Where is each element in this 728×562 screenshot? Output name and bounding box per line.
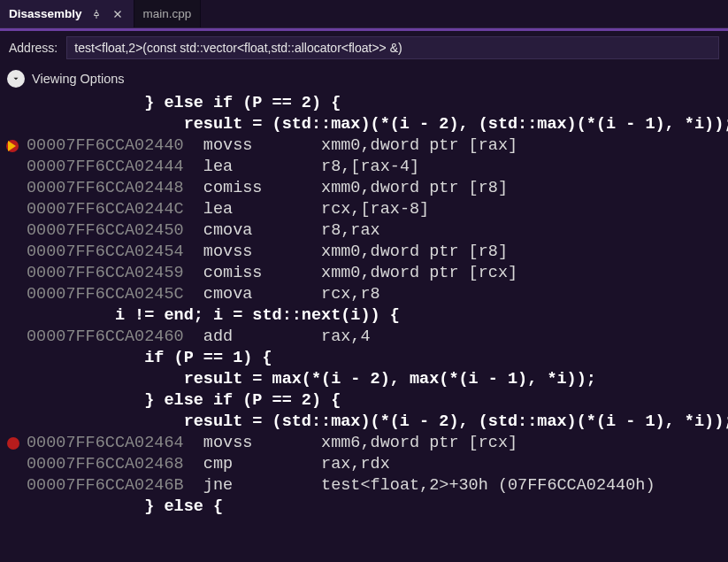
asm-line[interactable]: 00007FF6CCA02459 comiss xmm0,dword ptr […: [0, 263, 728, 284]
instruction-text: jne test<float,2>+30h (07FF6CCA02440h): [184, 476, 655, 495]
line-content: result = max(*(i - 2), max(*(i - 1), *i)…: [27, 369, 596, 390]
tab-label: main.cpp: [143, 7, 192, 20]
current-line-arrow-icon: [6, 139, 20, 153]
instruction-address: 00007FF6CCA02454: [27, 243, 184, 261]
line-content: 00007FF6CCA0245C cmova rcx,r8: [27, 284, 380, 305]
asm-line[interactable]: 00007FF6CCA0246B jne test<float,2>+30h (…: [0, 475, 728, 497]
asm-line[interactable]: 00007FF6CCA02448 comiss xmm0,dword ptr […: [0, 178, 728, 199]
instruction-text: cmova rcx,r8: [184, 285, 380, 304]
line-content: 00007FF6CCA02454 movss xmm0,dword ptr [r…: [27, 242, 508, 263]
instruction-address: 00007FF6CCA02460: [27, 327, 184, 346]
disassembly-view[interactable]: } else if (P == 2) { result = (std::max)…: [0, 93, 728, 523]
line-content: 00007FF6CCA02448 comiss xmm0,dword ptr […: [27, 178, 508, 199]
gutter[interactable]: [0, 454, 27, 475]
line-content: 00007FF6CCA02460 add rax,4: [27, 327, 371, 348]
gutter[interactable]: [0, 114, 27, 135]
gutter[interactable]: [0, 135, 27, 157]
line-content: } else {: [27, 497, 223, 518]
address-label: Address:: [9, 41, 57, 55]
source-line[interactable]: if (P == 1) {: [0, 348, 728, 369]
viewing-options-label: Viewing Options: [32, 72, 125, 86]
line-content: 00007FF6CCA02450 cmova r8,rax: [27, 220, 380, 242]
instruction-text: comiss xmm0,dword ptr [r8]: [184, 179, 508, 197]
gutter[interactable]: [0, 390, 27, 412]
gutter[interactable]: [0, 327, 27, 348]
line-content: 00007FF6CCA02444 lea r8,[rax-4]: [27, 157, 419, 178]
instruction-address: 00007FF6CCA0244C: [27, 200, 184, 219]
title-bar: Disassembly main.cpp: [0, 0, 728, 28]
gutter[interactable]: [0, 263, 27, 284]
gutter[interactable]: [0, 412, 27, 433]
line-content: 00007FF6CCA02459 comiss xmm0,dword ptr […: [27, 263, 517, 284]
instruction-text: cmp rax,rdx: [184, 455, 390, 473]
instruction-address: 00007FF6CCA02444: [27, 158, 184, 176]
instruction-address: 00007FF6CCA02459: [27, 264, 184, 282]
tab-disassembly[interactable]: Disassembly: [0, 0, 134, 27]
asm-line[interactable]: 00007FF6CCA02460 add rax,4: [0, 327, 728, 348]
source-line[interactable]: result = (std::max)(*(i - 2), (std::max)…: [0, 114, 728, 135]
tab-label: Disassembly: [9, 7, 82, 20]
line-content: 00007FF6CCA02464 movss xmm6,dword ptr [r…: [27, 433, 517, 454]
gutter[interactable]: [0, 199, 27, 220]
address-input[interactable]: [66, 36, 719, 59]
instruction-address: 00007FF6CCA0245C: [27, 285, 184, 304]
gutter[interactable]: [0, 220, 27, 242]
gutter[interactable]: [0, 433, 27, 454]
source-line[interactable]: result = (std::max)(*(i - 2), (std::max)…: [0, 412, 728, 433]
source-line[interactable]: i != end; i = std::next(i)) {: [0, 305, 728, 327]
gutter[interactable]: [0, 369, 27, 390]
line-content: 00007FF6CCA0244C lea rcx,[rax-8]: [27, 199, 429, 220]
tab-main-cpp[interactable]: main.cpp: [134, 0, 202, 27]
breakpoint-icon[interactable]: [7, 437, 19, 450]
asm-line[interactable]: 00007FF6CCA0244C lea rcx,[rax-8]: [0, 199, 728, 220]
instruction-text: movss xmm0,dword ptr [r8]: [184, 243, 508, 261]
instruction-text: cmova r8,rax: [184, 221, 380, 240]
pin-icon[interactable]: [89, 7, 103, 21]
instruction-address: 00007FF6CCA02468: [27, 455, 184, 473]
line-content: result = (std::max)(*(i - 2), (std::max)…: [27, 412, 728, 433]
line-content: 00007FF6CCA0246B jne test<float,2>+30h (…: [27, 475, 655, 497]
asm-line[interactable]: 00007FF6CCA02464 movss xmm6,dword ptr [r…: [0, 433, 728, 454]
instruction-address: 00007FF6CCA02464: [27, 434, 184, 452]
instruction-text: movss xmm0,dword ptr [rax]: [184, 136, 517, 155]
asm-line[interactable]: 00007FF6CCA02450 cmova r8,rax: [0, 220, 728, 242]
gutter[interactable]: [0, 178, 27, 199]
asm-line[interactable]: 00007FF6CCA0245C cmova rcx,r8: [0, 284, 728, 305]
instruction-address: 00007FF6CCA02450: [27, 221, 184, 240]
close-icon[interactable]: [111, 7, 125, 21]
line-content: } else if (P == 2) {: [27, 390, 341, 412]
line-content: if (P == 1) {: [27, 348, 272, 369]
asm-line[interactable]: 00007FF6CCA02454 movss xmm0,dword ptr [r…: [0, 242, 728, 263]
source-line[interactable]: } else {: [0, 497, 728, 518]
instruction-text: comiss xmm0,dword ptr [rcx]: [184, 264, 517, 282]
gutter[interactable]: [0, 284, 27, 305]
gutter[interactable]: [0, 157, 27, 178]
source-line[interactable]: result = max(*(i - 2), max(*(i - 1), *i)…: [0, 369, 728, 390]
gutter[interactable]: [0, 497, 27, 518]
instruction-address: 00007FF6CCA02448: [27, 179, 184, 197]
line-content: } else if (P == 2) {: [27, 93, 341, 114]
gutter[interactable]: [0, 348, 27, 369]
viewing-options-row[interactable]: Viewing Options: [0, 66, 728, 93]
asm-line[interactable]: 00007FF6CCA02468 cmp rax,rdx: [0, 454, 728, 475]
line-content: 00007FF6CCA02468 cmp rax,rdx: [27, 454, 390, 475]
instruction-address: 00007FF6CCA0246B: [27, 476, 184, 495]
address-row: Address:: [0, 31, 728, 66]
gutter[interactable]: [0, 93, 27, 114]
line-content: 00007FF6CCA02440 movss xmm0,dword ptr [r…: [27, 135, 517, 157]
instruction-text: lea rcx,[rax-8]: [184, 200, 430, 219]
asm-line[interactable]: 00007FF6CCA02440 movss xmm0,dword ptr [r…: [0, 135, 728, 157]
instruction-address: 00007FF6CCA02440: [27, 136, 184, 155]
instruction-text: movss xmm6,dword ptr [rcx]: [184, 434, 517, 452]
gutter[interactable]: [0, 305, 27, 327]
source-line[interactable]: } else if (P == 2) {: [0, 93, 728, 114]
source-line[interactable]: } else if (P == 2) {: [0, 390, 728, 412]
instruction-text: lea r8,[rax-4]: [184, 158, 419, 176]
chevron-down-icon[interactable]: [7, 70, 25, 88]
line-content: result = (std::max)(*(i - 2), (std::max)…: [27, 114, 728, 135]
gutter[interactable]: [0, 242, 27, 263]
gutter[interactable]: [0, 475, 27, 497]
asm-line[interactable]: 00007FF6CCA02444 lea r8,[rax-4]: [0, 157, 728, 178]
line-content: i != end; i = std::next(i)) {: [27, 305, 400, 327]
instruction-text: add rax,4: [184, 327, 371, 346]
